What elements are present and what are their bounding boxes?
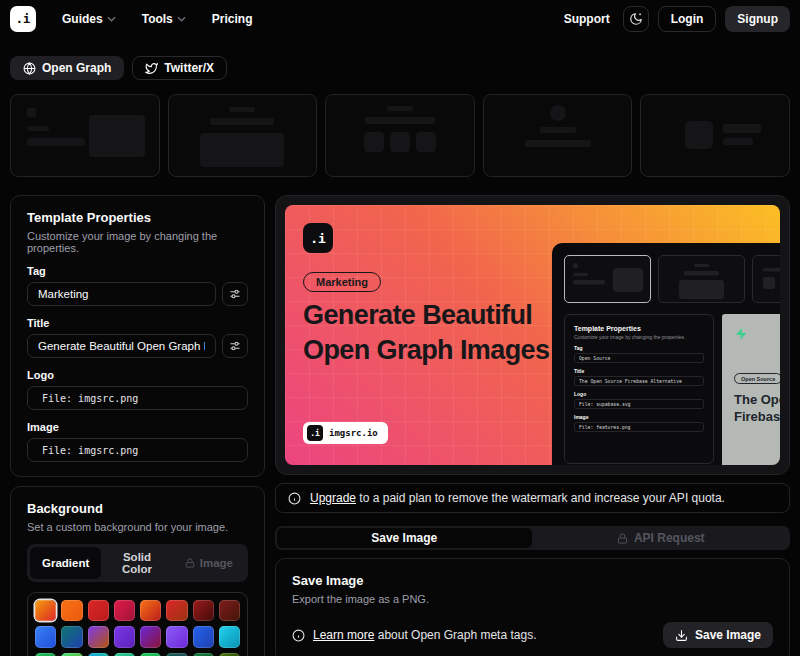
gradient-swatch[interactable] bbox=[166, 653, 187, 656]
gradient-swatch[interactable] bbox=[88, 653, 109, 656]
supabase-bolt-icon bbox=[734, 326, 749, 342]
watermark-text: imgsrc.io bbox=[329, 428, 378, 438]
sliders-icon bbox=[229, 288, 241, 300]
og-preview-frame: .i Marketing Generate Beautiful Open Gra… bbox=[275, 195, 790, 475]
title-label: Title bbox=[27, 317, 248, 329]
thumb-shape bbox=[27, 108, 36, 117]
embedded-panel-description: Customize your image by changing the pro… bbox=[574, 335, 704, 341]
embedded-mini-badge: Open Source bbox=[734, 373, 780, 384]
thumb-shape bbox=[210, 118, 274, 125]
title-settings-button[interactable] bbox=[222, 334, 248, 358]
save-image-button[interactable]: Save Image bbox=[663, 622, 773, 648]
nav-guides[interactable]: Guides bbox=[62, 12, 116, 26]
theme-toggle-button[interactable] bbox=[623, 6, 649, 32]
thumb-shape bbox=[540, 127, 576, 133]
image-label: Image bbox=[27, 421, 248, 433]
info-icon bbox=[292, 629, 305, 642]
bg-tab-image-label: Image bbox=[200, 557, 233, 569]
gradient-swatch[interactable] bbox=[114, 600, 135, 621]
tab-twitter-x-label: Twitter/X bbox=[164, 61, 214, 75]
bg-tab-gradient[interactable]: Gradient bbox=[30, 547, 101, 579]
gradient-swatch[interactable] bbox=[140, 626, 161, 647]
globe-icon bbox=[23, 62, 36, 75]
logo-file-input[interactable]: File: imgsrc.png bbox=[27, 386, 248, 410]
gradient-swatch[interactable] bbox=[219, 653, 240, 656]
template-thumbnail-3[interactable] bbox=[325, 94, 475, 177]
template-thumbnail-2[interactable] bbox=[168, 94, 318, 177]
template-thumbnail-4[interactable] bbox=[483, 94, 633, 177]
template-gallery bbox=[10, 94, 790, 177]
thumb-shape bbox=[365, 117, 435, 124]
template-thumbnail-1[interactable] bbox=[10, 94, 160, 177]
gradient-swatch[interactable] bbox=[219, 600, 240, 621]
top-nav: .i Guides Tools Pricing Support bbox=[10, 0, 790, 38]
background-title: Background bbox=[27, 501, 248, 516]
nav-pricing[interactable]: Pricing bbox=[212, 12, 253, 26]
thumb-shape bbox=[525, 140, 591, 147]
panel-title: Template Properties bbox=[27, 210, 248, 225]
save-image-panel: Save Image Export the image as a PNG. Le… bbox=[275, 558, 790, 656]
preview-title-line2: Open Graph Images bbox=[303, 335, 549, 365]
thumb-shape bbox=[364, 132, 384, 152]
embedded-tag-input: Open Source bbox=[574, 353, 704, 363]
sliders-icon bbox=[229, 340, 241, 352]
gradient-swatch[interactable] bbox=[35, 600, 56, 621]
gradient-swatch[interactable] bbox=[88, 600, 109, 621]
title-input[interactable] bbox=[27, 334, 216, 358]
learn-more-link[interactable]: Learn more bbox=[313, 628, 374, 642]
gradient-swatch[interactable] bbox=[193, 653, 214, 656]
moon-icon bbox=[629, 12, 643, 26]
bg-tab-solid-color[interactable]: Solid Color bbox=[103, 547, 170, 579]
logo-label: Logo bbox=[27, 369, 248, 381]
save-image-button-label: Save Image bbox=[695, 628, 761, 642]
upgrade-text: to a paid plan to remove the watermark a… bbox=[356, 491, 725, 505]
preview-title: Generate Beautiful Open Graph Images bbox=[303, 298, 549, 368]
bg-tab-image[interactable]: Image bbox=[173, 547, 245, 579]
login-button[interactable]: Login bbox=[658, 6, 717, 32]
template-thumbnail-5[interactable] bbox=[640, 94, 790, 177]
thumb-shape bbox=[390, 132, 410, 152]
gradient-swatch[interactable] bbox=[61, 626, 82, 647]
gradient-swatch[interactable] bbox=[166, 600, 187, 621]
tab-open-graph[interactable]: Open Graph bbox=[10, 56, 124, 80]
gradient-swatch[interactable] bbox=[35, 626, 56, 647]
gradient-swatch[interactable] bbox=[114, 626, 135, 647]
upgrade-link[interactable]: Upgrade bbox=[310, 491, 356, 505]
gradient-swatch[interactable] bbox=[61, 600, 82, 621]
thumb-shape bbox=[723, 138, 753, 145]
logo-file-value: File: imgsrc.png bbox=[42, 393, 138, 404]
tag-input[interactable] bbox=[27, 282, 216, 306]
save-panel-description: Export the image as a PNG. bbox=[292, 593, 773, 605]
gradient-swatch[interactable] bbox=[219, 626, 240, 647]
gradient-swatch[interactable] bbox=[193, 626, 214, 647]
tab-api-request[interactable]: API Request bbox=[534, 528, 789, 548]
og-image: .i Marketing Generate Beautiful Open Gra… bbox=[285, 205, 780, 465]
save-panel-title: Save Image bbox=[292, 573, 773, 588]
gradient-swatch[interactable] bbox=[114, 653, 135, 656]
gradient-swatch[interactable] bbox=[166, 626, 187, 647]
tab-save-image[interactable]: Save Image bbox=[277, 528, 532, 548]
gradient-swatch[interactable] bbox=[88, 626, 109, 647]
app-logo[interactable]: .i bbox=[10, 6, 36, 32]
thumb-shape bbox=[416, 132, 436, 152]
tab-twitter-x[interactable]: Twitter/X bbox=[132, 56, 227, 80]
embedded-logo-input: File: supabase.svg bbox=[574, 399, 704, 409]
gradient-swatch[interactable] bbox=[193, 600, 214, 621]
gradient-swatch[interactable] bbox=[61, 653, 82, 656]
background-description: Set a custom background for your image. bbox=[27, 521, 248, 533]
thumb-shape bbox=[550, 105, 566, 121]
nav-tools[interactable]: Tools bbox=[142, 12, 186, 26]
tag-settings-button[interactable] bbox=[222, 282, 248, 306]
preview-logo: .i bbox=[303, 223, 333, 253]
embedded-title-input: The Open Source Firebase Alternative bbox=[574, 376, 704, 386]
embedded-thumbnail bbox=[752, 255, 780, 303]
image-file-input[interactable]: File: imgsrc.png bbox=[27, 438, 248, 462]
signup-button[interactable]: Signup bbox=[725, 6, 790, 32]
nav-support[interactable]: Support bbox=[564, 12, 610, 26]
gradient-swatch[interactable] bbox=[140, 653, 161, 656]
thumb-shape bbox=[200, 133, 284, 167]
embedded-template-gallery bbox=[564, 255, 780, 303]
gradient-swatch[interactable] bbox=[140, 600, 161, 621]
lock-icon bbox=[617, 533, 628, 544]
gradient-swatch[interactable] bbox=[35, 653, 56, 656]
